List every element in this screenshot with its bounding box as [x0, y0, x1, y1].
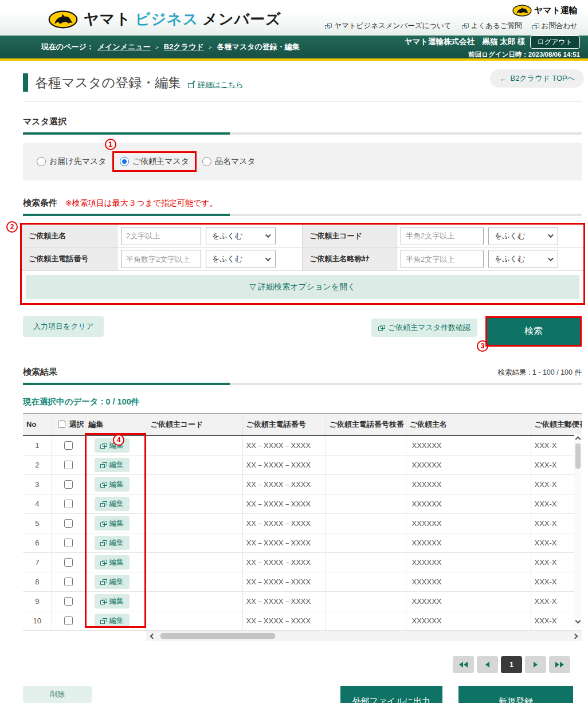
table-row: 3 編集 XX－XXXX－XXXX XXXXXX XXX-X: [23, 475, 582, 494]
vertical-scrollbar[interactable]: [574, 434, 582, 627]
radio-option-item-master[interactable]: 品名マスタ: [202, 156, 256, 167]
row-checkbox[interactable]: [64, 597, 73, 606]
col-sender-name: ご依頼主名: [406, 414, 531, 436]
external-link-icon: [188, 82, 195, 88]
row-checkbox[interactable]: [64, 616, 73, 625]
sender-name-input[interactable]: [121, 227, 201, 245]
first-page-button[interactable]: [453, 656, 474, 673]
row-sender-phone-branch: [326, 435, 406, 455]
select-all-checkbox[interactable]: 選択: [56, 418, 81, 430]
new-window-icon: [100, 462, 107, 468]
clear-inputs-button[interactable]: 入力項目をクリア: [23, 316, 104, 337]
master-select-box: お届け先マスタ 1 ご依頼主マスタ 品名マスタ: [23, 143, 582, 180]
header-right: ヤマト運輸 ヤマトビジネスメンバーズについて よくあるご質問 お問合わせ: [325, 5, 578, 31]
edit-button[interactable]: 編集: [95, 536, 130, 550]
row-edit-cell: 編集: [85, 475, 147, 494]
master-select-section: マスタ選択 お届け先マスタ 1 ご依頼主マスタ 品名マスタ: [23, 116, 582, 180]
scroll-up-icon[interactable]: [575, 437, 581, 442]
table-row: 4 編集 XX－XXXX－XXXX XXXXXX XXX-X: [23, 494, 582, 514]
breadcrumb-separator: ＞: [207, 43, 214, 52]
row-edit-cell: 編集: [85, 592, 147, 611]
last-page-button[interactable]: [549, 656, 570, 673]
sender-phone-input[interactable]: [121, 250, 201, 268]
row-checkbox[interactable]: [64, 461, 73, 469]
row-checkbox[interactable]: [64, 441, 73, 450]
scroll-down-icon[interactable]: [575, 618, 581, 624]
vertical-scroll-thumb[interactable]: [575, 443, 581, 469]
corp-logo: ヤマト運輸: [512, 5, 578, 17]
radio-checked-icon: [120, 157, 129, 166]
row-checkbox[interactable]: [64, 558, 73, 567]
delete-button[interactable]: 削除: [23, 686, 92, 703]
link-contact[interactable]: お問合わせ: [532, 21, 578, 31]
chevron-down-icon: [548, 232, 554, 238]
row-number: 5: [23, 514, 52, 533]
double-right-arrow-icon: [555, 662, 559, 667]
back-to-b2cloud-top-button[interactable]: ← B2クラウド TOPへ: [490, 69, 584, 88]
edit-button[interactable]: 編集: [95, 516, 130, 531]
scroll-left-icon[interactable]: [150, 633, 156, 639]
edit-button[interactable]: 編集: [95, 497, 130, 511]
row-sender-code: [147, 494, 242, 514]
link-faq[interactable]: よくあるご質問: [462, 21, 522, 31]
row-sender-name: XXXXXX: [406, 435, 531, 455]
sender-phone-match-select[interactable]: をふくむ: [206, 250, 276, 268]
row-checkbox[interactable]: [64, 578, 73, 586]
sender-code-match-select[interactable]: をふくむ: [488, 227, 558, 245]
detail-link[interactable]: 詳細はこちら: [188, 80, 243, 90]
row-checkbox[interactable]: [64, 519, 73, 528]
col-sender-phone: ご依頼主電話番号: [242, 414, 326, 436]
table-row: 10 編集 XX－XXXX－XXXX XXXXXX XXX-X: [23, 611, 582, 631]
brand-home-link[interactable]: ヤマトビジネスメンバーズ: [48, 9, 285, 29]
breadcrumb-main-menu[interactable]: メインメニュー: [97, 42, 151, 52]
pagination: 1: [23, 656, 570, 673]
edit-button[interactable]: 編集: [95, 614, 130, 628]
radio-option-sender-master[interactable]: ご依頼主マスタ: [120, 156, 189, 167]
row-sender-phone: XX－XXXX－XXXX: [242, 592, 326, 611]
sender-name-match-select[interactable]: をふくむ: [206, 227, 276, 245]
row-sender-code: [147, 553, 242, 572]
row-checkbox[interactable]: [64, 539, 73, 547]
row-checkbox[interactable]: [64, 480, 73, 489]
row-checkbox[interactable]: [64, 500, 73, 508]
scroll-right-icon[interactable]: [573, 633, 578, 639]
row-sender-code: [147, 572, 242, 592]
export-file-button[interactable]: 外部ファイルに出力: [340, 686, 442, 703]
row-select-cell: [52, 533, 85, 553]
row-sender-phone-branch: [326, 592, 406, 611]
breadcrumb-b2cloud[interactable]: B2クラウド: [164, 42, 204, 52]
annotation-circle-2: 2: [6, 221, 18, 233]
search-buttons-row: 入力項目をクリア ご依頼主マスタ件数確認 3 検索: [23, 316, 582, 351]
search-button[interactable]: 検索: [487, 318, 580, 345]
sender-kana-match-select[interactable]: をふくむ: [488, 250, 558, 268]
search-conditions-heading: 検索条件: [23, 198, 57, 209]
edit-button[interactable]: 編集: [95, 477, 130, 492]
new-register-button[interactable]: 新規登録: [458, 686, 573, 703]
sender-code-input[interactable]: [401, 227, 484, 245]
results-table-body: 1 編集 XX－XXXX－XXXX XXXXXX XXX-X 2: [23, 435, 582, 631]
current-page-button[interactable]: 1: [501, 656, 522, 673]
sender-kana-input[interactable]: [401, 250, 484, 268]
edit-button[interactable]: 編集: [95, 458, 130, 472]
edit-button[interactable]: 編集: [95, 555, 130, 570]
edit-button[interactable]: 編集: [95, 575, 130, 589]
new-window-icon: [100, 540, 107, 546]
logout-button[interactable]: ログアウト: [530, 36, 580, 49]
horizontal-scrollbar[interactable]: [146, 631, 582, 641]
next-page-button[interactable]: [525, 656, 546, 673]
edit-button[interactable]: 編集: [95, 594, 130, 608]
advanced-search-toggle[interactable]: ▽ 詳細検索オプションを開く: [26, 275, 579, 299]
edit-button[interactable]: 編集: [95, 438, 130, 453]
horizontal-scroll-thumb[interactable]: [160, 633, 275, 639]
new-window-icon: [100, 579, 107, 585]
brand-title: ヤマトビジネスメンバーズ: [84, 9, 285, 29]
annotation-box-1: 1 ご依頼主マスタ: [112, 151, 197, 172]
table-row: 5 編集 XX－XXXX－XXXX XXXXXX XXX-X: [23, 514, 582, 533]
link-about-members[interactable]: ヤマトビジネスメンバーズについて: [325, 21, 451, 31]
previous-page-button[interactable]: [477, 656, 498, 673]
sender-master-count-button[interactable]: ご依頼主マスタ件数確認: [371, 319, 477, 337]
radio-option-delivery-master[interactable]: お届け先マスタ: [37, 156, 107, 167]
row-number: 6: [23, 533, 52, 553]
select-all-checkbox-input[interactable]: [58, 420, 65, 429]
row-sender-phone: XX－XXXX－XXXX: [242, 494, 326, 514]
